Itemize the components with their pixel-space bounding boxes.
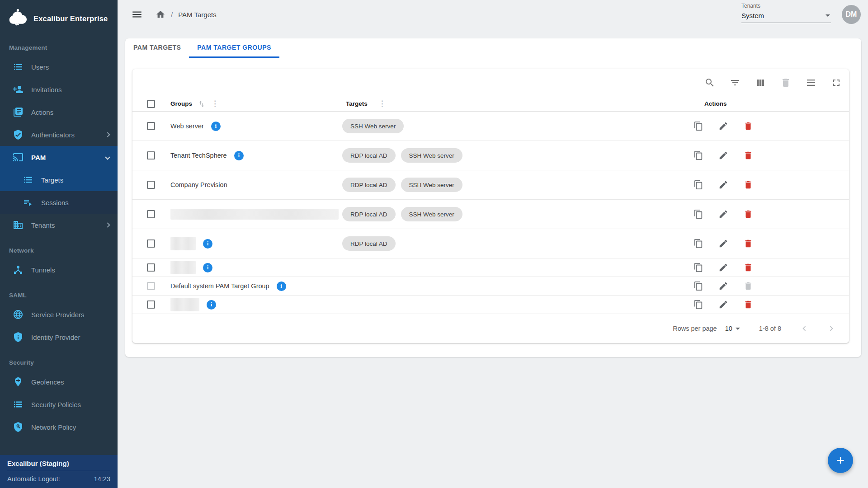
sidebar-item-geofences[interactable]: Geofences (0, 371, 118, 393)
edit-button[interactable] (718, 150, 728, 160)
info-icon[interactable]: i (234, 151, 244, 160)
environment-label: Excalibur (Staging) (7, 460, 110, 471)
edit-button[interactable] (718, 281, 728, 291)
home-icon[interactable] (156, 9, 165, 19)
row-checkbox[interactable] (147, 122, 155, 130)
tab-pam-target-groups[interactable]: PAM TARGET GROUPS (189, 38, 279, 58)
device-hub-icon (13, 264, 24, 275)
column-header-actions: Actions (693, 100, 727, 107)
filter-icon[interactable] (730, 77, 741, 88)
target-chip: RDP local AD (342, 178, 396, 192)
target-chip: SSH Web server (401, 178, 462, 192)
copy-button[interactable] (693, 300, 703, 310)
sidebar-item-tunnels[interactable]: Tunnels (0, 258, 118, 281)
list-icon (23, 174, 33, 185)
sidebar-nav: ManagementUsersInvitationsActionsAuthent… (0, 39, 118, 438)
row-checkbox (147, 282, 155, 290)
sidebar-item-tenants[interactable]: Tenants (0, 214, 118, 236)
edit-button[interactable] (718, 263, 728, 272)
nav-group-pam: PAMTargetsSessions (0, 146, 118, 214)
row-checkbox[interactable] (147, 151, 155, 160)
sidebar-item-label: Geofences (31, 378, 64, 386)
column-menu-icon[interactable]: ⋮ (378, 100, 386, 108)
chevron-down-icon (105, 155, 110, 160)
breadcrumb-separator: / (171, 11, 173, 19)
info-icon[interactable]: i (277, 282, 286, 291)
delete-button[interactable] (743, 180, 753, 190)
copy-button[interactable] (693, 239, 703, 249)
delete-button[interactable] (743, 150, 753, 160)
select-all-checkbox[interactable] (147, 100, 155, 108)
redacted-group-name (170, 209, 339, 220)
pagination: Rows per page 10 1-8 of 8 (132, 314, 849, 343)
sidebar-item-label: Service Providers (31, 311, 85, 319)
column-menu-icon[interactable]: ⋮ (211, 100, 219, 108)
sidebar-item-pam[interactable]: PAM (0, 146, 118, 169)
sidebar-item-label: Invitations (31, 86, 62, 94)
sort-icon[interactable] (198, 100, 206, 108)
shield-check-icon (13, 129, 24, 140)
row-checkbox[interactable] (147, 181, 155, 189)
sidebar-item-users[interactable]: Users (0, 56, 118, 78)
sidebar-item-security-policies[interactable]: Security Policies (0, 393, 118, 416)
sidebar-item-label: Security Policies (31, 401, 81, 408)
sidebar-item-authenticators[interactable]: Authenticators (0, 123, 118, 146)
info-icon[interactable]: i (203, 239, 212, 249)
copy-button[interactable] (693, 121, 703, 131)
row-checkbox[interactable] (147, 300, 155, 309)
row-checkbox[interactable] (147, 263, 155, 272)
tenant-select[interactable]: Tenants System (741, 3, 831, 23)
row-checkbox[interactable] (147, 239, 155, 248)
copy-button[interactable] (693, 263, 703, 272)
sidebar-item-service-providers[interactable]: Service Providers (0, 303, 118, 326)
copy-button[interactable] (693, 180, 703, 190)
edit-button[interactable] (718, 300, 728, 310)
sidebar-item-invitations[interactable]: Invitations (0, 78, 118, 101)
delete-button[interactable] (743, 121, 753, 131)
topbar: / PAM Targets Tenants System DM (118, 0, 868, 29)
app-logo: Excalibur Enterprise (0, 0, 118, 33)
copy-button[interactable] (693, 281, 703, 291)
target-chip: RDP local AD (342, 236, 396, 251)
menu-icon[interactable] (131, 9, 143, 20)
shield-search-icon (13, 422, 24, 432)
info-icon[interactable]: i (207, 300, 216, 310)
info-icon[interactable]: i (211, 122, 221, 131)
target-chip: SSH Web server (401, 148, 462, 163)
avatar[interactable]: DM (842, 5, 861, 24)
columns-icon[interactable] (755, 77, 766, 88)
edit-button[interactable] (718, 209, 728, 219)
sidebar-item-actions[interactable]: Actions (0, 101, 118, 123)
group-name: Company Prevision (170, 181, 227, 188)
edit-button[interactable] (718, 121, 728, 131)
group-name: Tenant TechSphere (170, 152, 227, 159)
copy-button[interactable] (693, 209, 703, 219)
fullscreen-icon[interactable] (831, 77, 842, 88)
delete-button[interactable] (743, 239, 753, 249)
tab-pam-targets[interactable]: PAM TARGETS (125, 38, 189, 58)
rows-per-page-select[interactable]: 10 (725, 325, 740, 332)
add-group-fab[interactable]: + (828, 448, 853, 473)
delete-button[interactable] (743, 300, 753, 310)
search-icon[interactable] (704, 77, 715, 88)
info-icon[interactable]: i (203, 263, 212, 272)
sidebar-item-identity-provider[interactable]: Identity Provider (0, 326, 118, 348)
sidebar-item-network-policy[interactable]: Network Policy (0, 416, 118, 438)
sidebar: Excalibur Enterprise ManagementUsersInvi… (0, 0, 118, 488)
auto-logout-label: Automatic Logout: (7, 475, 60, 483)
table-row: i (132, 296, 849, 314)
nav-section-label: Management (0, 39, 118, 56)
chevron-right-icon (105, 132, 110, 137)
edit-button[interactable] (718, 239, 728, 249)
sidebar-item-targets[interactable]: Targets (0, 169, 118, 191)
delete-button[interactable] (743, 209, 753, 219)
target-chip: SSH Web server (401, 207, 462, 221)
edit-button[interactable] (718, 180, 728, 190)
target-chip: RDP local AD (342, 207, 396, 221)
row-checkbox[interactable] (147, 210, 155, 218)
row-height-icon[interactable] (806, 77, 816, 88)
delete-button[interactable] (743, 263, 753, 272)
sidebar-item-sessions[interactable]: Sessions (0, 191, 118, 214)
pagination-range: 1-8 of 8 (759, 325, 781, 332)
copy-button[interactable] (693, 150, 703, 160)
